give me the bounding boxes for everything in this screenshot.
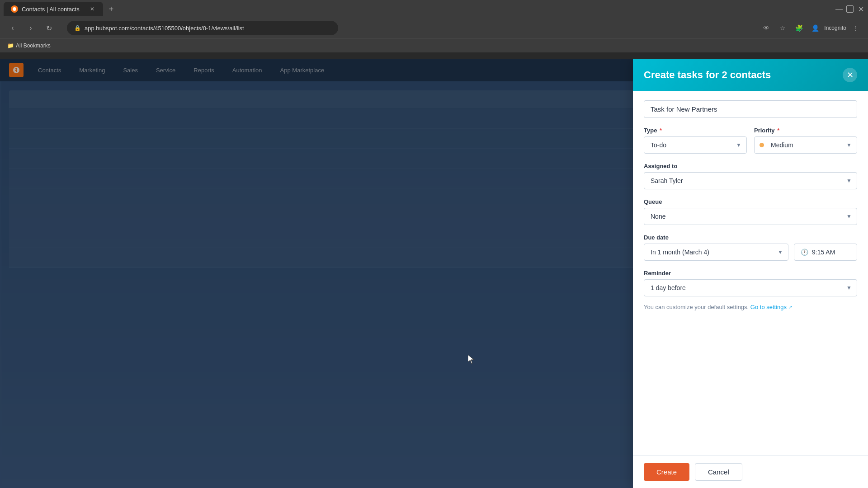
incognito-label: Incognito bbox=[824, 25, 846, 31]
profile-icon[interactable]: 👤 bbox=[808, 21, 822, 35]
clock-icon: 🕐 bbox=[801, 249, 808, 256]
eyeoff-icon: 👁 bbox=[759, 21, 774, 35]
priority-required: * bbox=[776, 127, 780, 134]
maximize-button[interactable] bbox=[846, 5, 854, 13]
due-date-select-wrapper: In 1 month (March 4) In 1 week Tomorrow … bbox=[644, 244, 788, 261]
modal-body: Type * To-do Call Email ▼ Priority * bbox=[633, 91, 868, 455]
type-required: * bbox=[658, 127, 662, 134]
cancel-button[interactable]: Cancel bbox=[695, 463, 742, 481]
type-priority-row: Type * To-do Call Email ▼ Priority * bbox=[644, 127, 857, 154]
type-select[interactable]: To-do Call Email bbox=[644, 136, 747, 154]
assigned-to-label: Assigned to bbox=[644, 163, 857, 169]
refresh-button[interactable]: ↻ bbox=[42, 21, 56, 35]
reminder-label: Reminder bbox=[644, 270, 857, 277]
assigned-to-select-wrapper: Sarah Tyler ▼ bbox=[644, 172, 857, 189]
modal-footer: Create Cancel bbox=[633, 455, 868, 488]
minimize-button[interactable]: — bbox=[835, 5, 843, 13]
reminder-select-wrapper: 1 day before None 1 hour before ▼ bbox=[644, 279, 857, 296]
reminder-select[interactable]: 1 day before None 1 hour before bbox=[644, 279, 857, 296]
security-icon: 🔒 bbox=[74, 25, 81, 31]
new-tab-button[interactable]: + bbox=[105, 3, 118, 15]
create-tasks-modal: Create tasks for 2 contacts ✕ Type * To-… bbox=[633, 59, 868, 488]
extensions-icon[interactable]: 🧩 bbox=[792, 21, 806, 35]
due-date-select[interactable]: In 1 month (March 4) In 1 week Tomorrow … bbox=[644, 244, 788, 261]
queue-select[interactable]: None bbox=[644, 208, 857, 225]
svg-point-0 bbox=[13, 7, 16, 11]
url-display: app.hubspot.com/contacts/45105500/object… bbox=[85, 25, 244, 32]
due-date-row: In 1 month (March 4) In 1 week Tomorrow … bbox=[644, 244, 857, 261]
create-button[interactable]: Create bbox=[644, 463, 689, 481]
queue-group: Queue None ▼ bbox=[644, 198, 857, 225]
reminder-group: Reminder 1 day before None 1 hour before… bbox=[644, 270, 857, 296]
modal-header: Create tasks for 2 contacts ✕ bbox=[633, 59, 868, 91]
priority-select[interactable]: Low Medium High bbox=[754, 136, 857, 154]
bookmarks-bar: 📁 All Bookmarks bbox=[0, 38, 868, 52]
bookmarks-folder-icon: 📁 bbox=[7, 42, 14, 49]
tab-title: Contacts | All contacts bbox=[22, 6, 80, 13]
hubspot-favicon bbox=[11, 5, 18, 13]
priority-group: Priority * Low Medium High ▼ bbox=[754, 127, 857, 154]
time-value: 9:15 AM bbox=[812, 249, 835, 256]
go-to-settings-link[interactable]: Go to settings ↗ bbox=[750, 304, 792, 310]
task-title-input[interactable] bbox=[644, 100, 857, 118]
type-select-wrapper: To-do Call Email ▼ bbox=[644, 136, 747, 154]
browser-titlebar: Contacts | All contacts ✕ + — ✕ bbox=[0, 0, 868, 18]
external-link-icon: ↗ bbox=[788, 305, 792, 310]
main-content: Contacts Marketing Sales Service Reports… bbox=[0, 59, 868, 488]
due-date-label: Due date bbox=[644, 234, 857, 241]
browser-chrome: Contacts | All contacts ✕ + — ✕ ‹ › ↻ 🔒 … bbox=[0, 0, 868, 59]
priority-select-wrapper: Low Medium High ▼ bbox=[754, 136, 857, 154]
queue-select-wrapper: None ▼ bbox=[644, 208, 857, 225]
close-icon: ✕ bbox=[847, 70, 854, 80]
type-group: Type * To-do Call Email ▼ bbox=[644, 127, 747, 154]
assigned-to-select[interactable]: Sarah Tyler bbox=[644, 172, 857, 189]
address-bar[interactable]: 🔒 app.hubspot.com/contacts/45105500/obje… bbox=[67, 21, 338, 35]
modal-close-button[interactable]: ✕ bbox=[843, 68, 857, 82]
priority-label: Priority * bbox=[754, 127, 857, 134]
toolbar-actions: 👁 ☆ 🧩 👤 Incognito ⋮ bbox=[759, 21, 863, 35]
bookmarks-label[interactable]: 📁 All Bookmarks bbox=[7, 42, 51, 49]
due-date-group: Due date In 1 month (March 4) In 1 week … bbox=[644, 234, 857, 261]
browser-tab[interactable]: Contacts | All contacts ✕ bbox=[4, 2, 103, 16]
queue-label: Queue bbox=[644, 198, 857, 205]
customize-text: You can customize your default settings.… bbox=[644, 304, 857, 310]
modal-title: Create tasks for 2 contacts bbox=[644, 69, 771, 81]
more-options-icon[interactable]: ⋮ bbox=[848, 21, 863, 35]
time-field[interactable]: 🕐 9:15 AM bbox=[794, 244, 857, 261]
close-window-button[interactable]: ✕ bbox=[857, 5, 864, 13]
forward-button[interactable]: › bbox=[24, 21, 38, 35]
bookmark-icon[interactable]: ☆ bbox=[775, 21, 790, 35]
assigned-to-group: Assigned to Sarah Tyler ▼ bbox=[644, 163, 857, 189]
type-label: Type * bbox=[644, 127, 747, 134]
browser-toolbar: ‹ › ↻ 🔒 app.hubspot.com/contacts/4510550… bbox=[0, 18, 868, 38]
back-button[interactable]: ‹ bbox=[5, 21, 20, 35]
close-tab-button[interactable]: ✕ bbox=[89, 5, 96, 13]
